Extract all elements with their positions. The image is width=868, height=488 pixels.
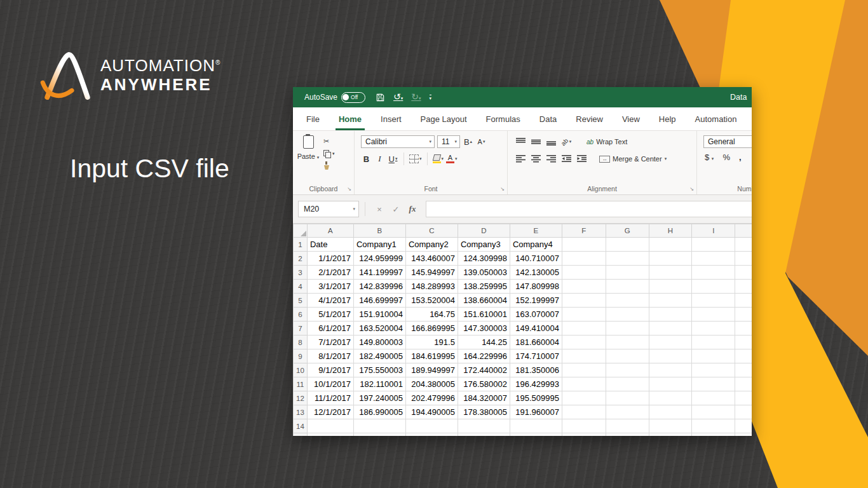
cell-G2[interactable] xyxy=(606,252,649,266)
cell-C4[interactable]: 148.289993 xyxy=(405,280,458,294)
cell-I15[interactable] xyxy=(692,433,735,437)
cell-F7[interactable] xyxy=(562,322,606,336)
cell-C3[interactable]: 145.949997 xyxy=(405,266,458,280)
tab-review[interactable]: Review xyxy=(566,107,613,130)
decrease-font-size-button[interactable]: A▾ xyxy=(476,135,487,148)
cell-A4[interactable]: 3/1/2017 xyxy=(307,280,353,294)
align-bottom-button[interactable] xyxy=(545,135,557,148)
cell-H7[interactable] xyxy=(649,322,692,336)
autosave-toggle[interactable]: AutoSave Off xyxy=(304,92,365,103)
bold-button[interactable]: B xyxy=(361,152,372,165)
percent-style-button[interactable]: % xyxy=(722,152,730,162)
col-header-I[interactable]: I xyxy=(692,224,735,238)
cell-C12[interactable]: 202.479996 xyxy=(405,391,458,405)
cell-B10[interactable]: 175.550003 xyxy=(353,363,405,377)
cell-C14[interactable] xyxy=(405,419,458,433)
cell-D14[interactable] xyxy=(458,419,510,433)
tab-data[interactable]: Data xyxy=(530,107,566,130)
row-header-4[interactable]: 4 xyxy=(294,280,308,294)
cell-D7[interactable]: 147.300003 xyxy=(458,322,510,336)
cell-A11[interactable]: 10/1/2017 xyxy=(307,377,353,391)
row-header-13[interactable]: 13 xyxy=(294,405,308,419)
tab-file[interactable]: File xyxy=(297,107,329,130)
cell-J9[interactable] xyxy=(735,349,752,363)
col-header-D[interactable]: D xyxy=(458,224,510,238)
cell-F4[interactable] xyxy=(562,280,606,294)
cell-E10[interactable]: 181.350006 xyxy=(510,363,562,377)
cell-H14[interactable] xyxy=(649,419,692,433)
redo-button[interactable]: ↻▾ xyxy=(411,92,421,103)
col-header-A[interactable]: A xyxy=(307,224,353,238)
cell-D5[interactable]: 138.660004 xyxy=(458,294,510,308)
tab-insert[interactable]: Insert xyxy=(371,107,411,130)
cut-button[interactable]: ✂ xyxy=(323,137,335,146)
font-dialog-launcher-icon[interactable]: ↘ xyxy=(500,187,505,192)
number-format-combo[interactable]: General▾ xyxy=(703,135,752,148)
cell-J1[interactable] xyxy=(735,238,752,252)
cell-F8[interactable] xyxy=(562,336,606,349)
cell-C1[interactable]: Company2 xyxy=(405,238,458,252)
cell-C10[interactable]: 189.949997 xyxy=(405,363,458,377)
cell-E5[interactable]: 152.199997 xyxy=(510,294,562,308)
cell-H10[interactable] xyxy=(649,363,692,377)
row-header-2[interactable]: 2 xyxy=(294,252,308,266)
comma-style-button[interactable]: , xyxy=(739,152,742,162)
cell-A13[interactable]: 12/1/2017 xyxy=(307,405,353,419)
cell-C13[interactable]: 194.490005 xyxy=(405,405,458,419)
cell-B1[interactable]: Company1 xyxy=(353,238,405,252)
col-header-J[interactable]: J xyxy=(735,224,752,238)
cell-H15[interactable] xyxy=(649,433,692,437)
cell-C15[interactable] xyxy=(405,433,458,437)
cell-H9[interactable] xyxy=(649,349,692,363)
cell-I1[interactable] xyxy=(692,238,735,252)
select-all-corner[interactable] xyxy=(294,224,308,238)
format-painter-button[interactable] xyxy=(323,161,335,170)
accounting-format-button[interactable]: $ ▾ xyxy=(705,152,714,162)
cell-B7[interactable]: 163.520004 xyxy=(353,322,405,336)
cell-E6[interactable]: 163.070007 xyxy=(510,308,562,322)
align-center-button[interactable] xyxy=(529,152,542,165)
cell-B6[interactable]: 151.910004 xyxy=(353,308,405,322)
cell-E3[interactable]: 142.130005 xyxy=(510,266,562,280)
cell-C9[interactable]: 184.619995 xyxy=(405,349,458,363)
cell-I11[interactable] xyxy=(692,377,735,391)
increase-font-size-button[interactable]: B▴ xyxy=(463,135,473,148)
cell-D3[interactable]: 139.050003 xyxy=(458,266,510,280)
save-icon[interactable] xyxy=(376,93,385,102)
cell-H4[interactable] xyxy=(649,280,692,294)
cell-B13[interactable]: 186.990005 xyxy=(353,405,405,419)
copy-button[interactable]: ▾ xyxy=(323,149,335,158)
cell-I10[interactable] xyxy=(692,363,735,377)
col-header-B[interactable]: B xyxy=(353,224,405,238)
cell-C8[interactable]: 191.5 xyxy=(405,336,458,349)
alignment-dialog-launcher-icon[interactable]: ↘ xyxy=(689,187,694,192)
cell-D2[interactable]: 124.309998 xyxy=(458,252,510,266)
row-header-8[interactable]: 8 xyxy=(294,336,308,349)
cell-I5[interactable] xyxy=(692,294,735,308)
tab-view[interactable]: View xyxy=(613,107,649,130)
row-header-7[interactable]: 7 xyxy=(294,322,308,336)
cell-A5[interactable]: 4/1/2017 xyxy=(307,294,353,308)
row-header-1[interactable]: 1 xyxy=(294,238,308,252)
cell-C6[interactable]: 164.75 xyxy=(405,308,458,322)
tab-page-layout[interactable]: Page Layout xyxy=(411,107,477,130)
cell-A15[interactable] xyxy=(307,433,353,437)
cell-G14[interactable] xyxy=(606,419,649,433)
cell-F2[interactable] xyxy=(562,252,606,266)
cell-D11[interactable]: 176.580002 xyxy=(458,377,510,391)
cell-E4[interactable]: 147.809998 xyxy=(510,280,562,294)
cell-A6[interactable]: 5/1/2017 xyxy=(307,308,353,322)
cell-H2[interactable] xyxy=(649,252,692,266)
cell-H6[interactable] xyxy=(649,308,692,322)
row-header-12[interactable]: 12 xyxy=(294,391,308,405)
underline-button[interactable]: U▾ xyxy=(388,152,398,165)
cell-E7[interactable]: 149.410004 xyxy=(510,322,562,336)
col-header-C[interactable]: C xyxy=(405,224,458,238)
cell-H5[interactable] xyxy=(649,294,692,308)
cell-J4[interactable] xyxy=(735,280,752,294)
tab-home[interactable]: Home xyxy=(329,107,371,130)
align-middle-button[interactable] xyxy=(529,135,542,148)
cell-E14[interactable] xyxy=(510,419,562,433)
cell-G6[interactable] xyxy=(606,308,649,322)
tab-automation[interactable]: Automation xyxy=(686,107,747,130)
